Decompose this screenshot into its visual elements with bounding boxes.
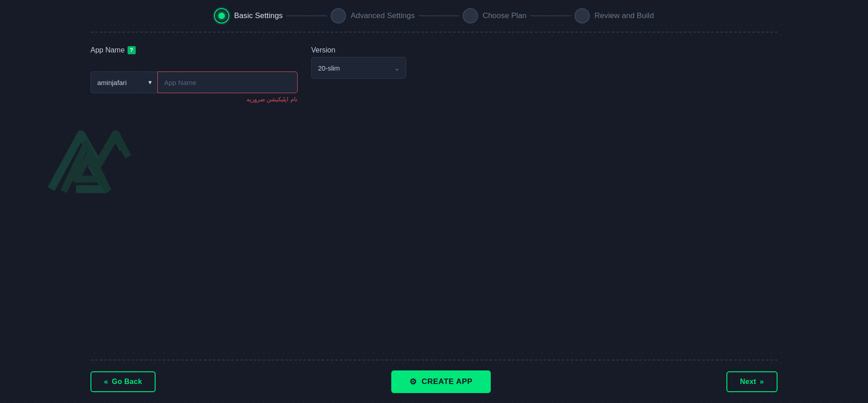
app-name-error: نام اپلیکیشن ضروریه	[90, 96, 298, 103]
app-name-input-wrapper	[157, 71, 298, 93]
stepper: Basic Settings Advanced Settings Choose …	[0, 0, 868, 32]
logo-watermark	[36, 114, 136, 206]
gear-icon: ⚙	[409, 377, 417, 387]
app-name-input[interactable]	[157, 71, 298, 93]
step-label-advanced: Advanced Settings	[351, 11, 415, 20]
step-dot-basic	[218, 13, 225, 19]
app-name-label: App Name ?	[90, 46, 298, 54]
form-row: App Name ? aminjafari ▾ نام اپلیکیشن ضرو	[90, 46, 778, 103]
step-advanced-settings: Advanced Settings	[331, 8, 415, 24]
create-app-label: CREATE APP	[422, 377, 473, 386]
go-back-label: Go Back	[112, 378, 142, 386]
step-circle-review	[574, 8, 590, 24]
next-label: Next	[740, 378, 756, 386]
app-name-group: App Name ? aminjafari ▾ نام اپلیکیشن ضرو	[90, 46, 298, 103]
step-review-build: Review and Build	[574, 8, 654, 24]
step-circle-basic	[214, 8, 229, 24]
create-app-button[interactable]: ⚙ CREATE APP	[391, 370, 490, 393]
bottom-section: « Go Back ⚙ CREATE APP Next »	[0, 360, 868, 403]
footer-buttons: « Go Back ⚙ CREATE APP Next »	[0, 360, 868, 403]
next-chevron-icon: »	[760, 378, 764, 386]
account-selector[interactable]: aminjafari ▾	[90, 71, 158, 93]
help-icon: ?	[128, 46, 136, 54]
next-button[interactable]: Next »	[726, 371, 778, 392]
step-circle-plan	[463, 8, 478, 24]
step-label-plan: Choose Plan	[483, 11, 526, 20]
step-connector-1	[286, 15, 327, 16]
step-basic-settings: Basic Settings	[214, 8, 283, 24]
step-connector-2	[418, 15, 459, 16]
account-name: aminjafari	[97, 79, 127, 86]
version-field-group: Version 20-slim 18-slim 16-slim 14-slim	[311, 46, 406, 79]
chevron-down-icon: ▾	[148, 78, 152, 86]
page-wrapper: Basic Settings Advanced Settings Choose …	[0, 0, 868, 403]
version-select-wrapper: 20-slim 18-slim 16-slim 14-slim	[311, 57, 406, 79]
main-content: App Name ? aminjafari ▾ نام اپلیکیشن ضرو	[0, 33, 868, 360]
step-circle-advanced	[331, 8, 346, 24]
step-choose-plan: Choose Plan	[463, 8, 526, 24]
step-connector-3	[530, 15, 571, 16]
go-back-chevron-icon: «	[104, 378, 108, 386]
version-label: Version	[311, 46, 406, 54]
version-select[interactable]: 20-slim 18-slim 16-slim 14-slim	[311, 57, 406, 79]
form-fields-wrapper: aminjafari ▾	[90, 62, 298, 93]
go-back-button[interactable]: « Go Back	[90, 371, 156, 392]
step-label-basic: Basic Settings	[234, 11, 283, 20]
step-label-review: Review and Build	[594, 11, 654, 20]
